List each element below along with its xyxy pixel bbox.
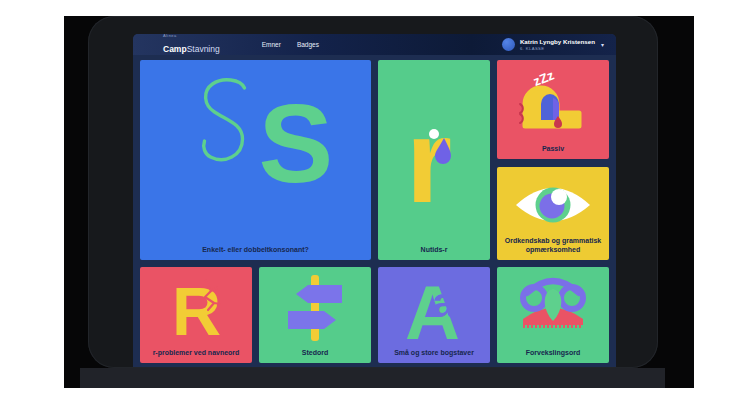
chevron-down-icon[interactable]: ▾ [601,41,604,48]
signpost-icon [280,273,350,345]
tile-label: Enkelt- eller dobbeltkonsonant? [140,245,371,254]
sign-left-arrow [296,285,342,303]
tile-stedord[interactable]: Stedord [259,267,371,363]
tile-label: Ordkendskab og grammatisk opmærksomhed [497,236,609,254]
tile-label: Passiv [497,144,609,153]
user-grade: 6. KLASSE [520,46,595,51]
brand-title-bold: Camp [163,44,187,54]
signpost-pole [311,275,319,341]
brand-title-rest: Stavning [187,44,220,54]
device-stand [80,368,665,388]
tile-nutids-r[interactable]: r Nutids-r [378,60,490,260]
avatar[interactable] [502,38,515,51]
app-screen: Alinea CampStavning Emner Badges Katrin … [133,34,616,367]
r-capital-letter: R [172,273,221,343]
double-s-icon: S [140,60,371,230]
tile-passiv[interactable]: zZz Passiv [497,60,609,159]
tile-enkelt-dobbeltkonsonant[interactable]: S Enkelt- eller dobbeltkonsonant? [140,60,371,260]
highlight [551,189,567,205]
letter-a-icon: A a [394,269,474,345]
breath-marks [520,104,523,123]
tile-label: Nutids-r [378,245,490,254]
tile-label: r-problemer ved navneord [140,348,252,357]
dot-shape [429,129,439,139]
groucho-glasses-icon [516,275,590,335]
tile-smaa-store-bogstaver[interactable]: A a Små og store bogstaver [378,267,490,363]
r-with-drop-icon: r [378,82,490,232]
user-name: Katrin Lyngby Kristensen [520,38,595,45]
brand-publisher: Alinea [163,34,220,38]
nav-links: Emner Badges [262,41,319,48]
eye-icon [512,179,594,231]
nav-item-emner[interactable]: Emner [262,41,281,48]
sleeping-letter-icon: zZz [516,66,590,132]
user-menu[interactable]: Katrin Lyngby Kristensen 6. KLASSE ▾ [502,34,604,55]
sign-right-arrow [288,311,336,329]
cracked-r-icon: R [160,273,232,343]
tablet-mockup: Alinea CampStavning Emner Badges Katrin … [0,0,750,400]
nav-item-badges[interactable]: Badges [297,41,319,48]
tile-forvekslingsord[interactable]: Forvekslingsord [497,267,609,363]
top-navbar: Alinea CampStavning Emner Badges Katrin … [133,34,616,55]
tile-label: Små og store bogstaver [378,348,490,357]
tile-r-problemer[interactable]: R r-problemer ved navneord [140,267,252,363]
tile-ordkendskab[interactable]: Ordkendskab og grammatisk opmærksomhed [497,167,609,260]
topic-grid: S Enkelt- eller dobbeltkonsonant? r Nuti… [133,55,616,367]
brand-title: CampStavning [163,44,220,54]
user-info: Katrin Lyngby Kristensen 6. KLASSE [520,38,595,50]
bold-s-letter: S [258,81,333,206]
tile-label: Stedord [259,348,371,357]
small-a-letter: a [432,279,456,326]
brand-logo[interactable]: Alinea CampStavning [163,34,220,55]
tile-label: Forvekslingsord [497,348,609,357]
